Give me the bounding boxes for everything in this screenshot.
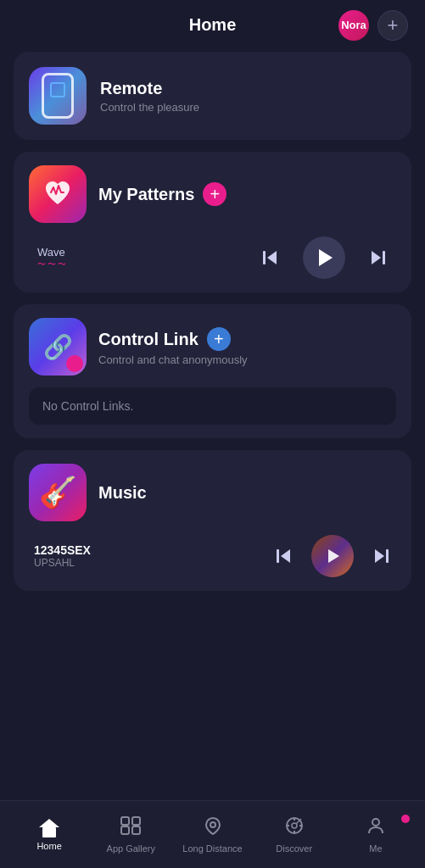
music-controls [274,535,391,577]
album-art[interactable] [311,535,354,577]
svg-rect-11 [132,826,140,834]
nav-me[interactable]: Me [335,816,417,854]
nav-long-distance-label: Long Distance [182,843,242,854]
svg-point-20 [372,819,379,826]
discover-icon [284,816,305,840]
control-link-icon: 🔗 [29,318,87,376]
music-header: 🎸 Music [29,464,396,521]
svg-marker-0 [267,251,277,264]
remote-title: Remote [100,79,199,98]
track-name: 12345SEX [34,543,91,557]
music-skip-forward-icon [372,547,391,565]
page-title: Home [189,15,237,35]
add-button[interactable]: + [377,10,408,41]
svg-rect-5 [277,549,279,563]
add-control-link-button[interactable]: + [207,327,231,351]
nav-me-label: Me [369,843,382,854]
svg-rect-9 [132,817,140,825]
album-play-icon [328,549,339,563]
remote-icon [29,67,87,125]
skip-forward-icon [369,248,388,267]
remote-card-text: Remote Control the pleasure [100,79,199,114]
remote-subtitle: Control the pleasure [100,101,199,114]
control-link-card: 🔗 Control Link + Control and chat anonym… [14,304,411,438]
next-pattern-button[interactable] [369,248,388,267]
svg-rect-7 [386,549,389,563]
play-pattern-button[interactable] [303,236,345,279]
header: Home Nora + [0,0,425,43]
home-body [42,827,56,837]
no-links-message: No Control Links. [29,387,396,425]
music-icon: 🎸 [29,464,87,521]
cl-title: Control Link [98,330,199,349]
home-roof [39,819,59,827]
patterns-card: My Patterns + Wave 〜〜〜 [14,152,411,292]
svg-point-12 [210,822,215,827]
me-icon [366,816,386,840]
music-player-row: 12345SEX UPSAHL [29,535,396,577]
remote-card[interactable]: Remote Control the pleasure [14,52,411,140]
prev-track-button[interactable] [274,547,293,565]
track-info: 12345SEX UPSAHL [34,543,91,569]
cl-header: 🔗 Control Link + Control and chat anonym… [29,318,396,376]
cl-subtitle: Control and chat anonymously [98,353,248,366]
patterns-header: My Patterns + [29,165,396,223]
cl-title-row: Control Link + [98,327,248,351]
app-gallery-icon [120,816,141,840]
track-artist: UPSAHL [34,557,91,569]
skip-back-icon [260,248,279,267]
svg-rect-3 [383,251,385,264]
music-card: 🎸 Music 12345SEX UPSAHL [14,450,411,591]
nav-app-gallery[interactable]: App Gallery [90,816,171,854]
header-right: Nora + [338,10,408,41]
chain-icon: 🔗 [43,333,73,361]
home-icon [39,819,59,837]
wave-dots: 〜〜〜 [37,259,68,270]
nav-app-gallery-label: App Gallery [107,843,155,854]
svg-rect-10 [121,826,129,834]
svg-rect-1 [263,251,266,264]
cl-text: Control Link + Control and chat anonymou… [98,327,248,366]
me-notification-badge [401,815,410,823]
patterns-icon [29,165,87,223]
next-track-button[interactable] [372,547,391,565]
cl-icon-badge [66,355,83,372]
patterns-title-row: My Patterns + [98,182,226,206]
music-skip-back-icon [274,547,293,565]
svg-marker-6 [375,549,384,563]
nav-home[interactable]: Home [8,819,90,851]
long-distance-icon [203,816,223,840]
svg-point-18 [292,823,297,828]
wave-label: Wave [37,246,65,259]
add-pattern-button[interactable]: + [203,182,226,206]
user-avatar[interactable]: Nora [338,10,369,41]
music-title: Music [98,483,147,503]
patterns-title-section: My Patterns + [98,182,226,206]
nav-discover-label: Discover [276,843,312,854]
remote-icon-inner [42,73,74,119]
patterns-player-row: Wave 〜〜〜 [29,236,396,279]
nav-home-label: Home [36,841,61,851]
svg-rect-8 [121,817,129,825]
svg-marker-2 [372,251,381,264]
heart-wave-icon [42,179,73,209]
bottom-nav: Home App Gallery Long Distance [0,800,425,868]
patterns-title: My Patterns [98,185,194,204]
svg-marker-4 [281,549,290,563]
nav-discover[interactable]: Discover [254,816,335,854]
nav-long-distance[interactable]: Long Distance [171,816,253,854]
main-content: Remote Control the pleasure My Patterns … [0,43,425,800]
play-icon [319,249,333,266]
wave-label-wrap: Wave 〜〜〜 [37,246,68,270]
prev-pattern-button[interactable] [260,248,279,267]
patterns-player-controls [260,236,388,279]
